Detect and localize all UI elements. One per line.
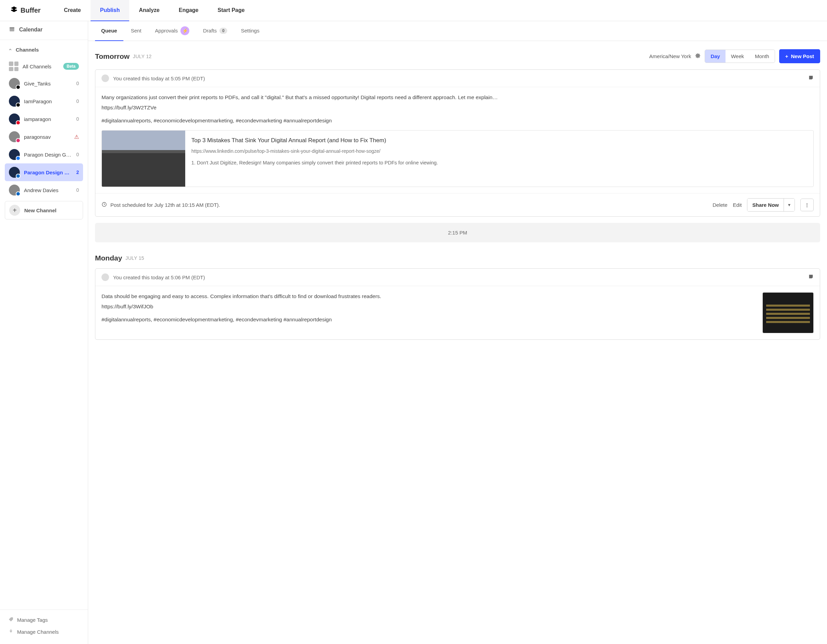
nav-engage[interactable]: Engage	[169, 0, 208, 21]
timezone: America/New York	[649, 53, 691, 59]
sub-tabs: Queue Sent Approvals ⚡ Drafts 0 Settings	[88, 21, 827, 41]
brand-name: Buffer	[20, 6, 41, 14]
plus-icon: +	[9, 205, 20, 216]
channel-name: Andrew Davies	[24, 187, 72, 193]
channel-name: IamParagon	[24, 98, 72, 104]
share-now-button[interactable]: Share Now	[747, 199, 784, 211]
tab-queue[interactable]: Queue	[95, 21, 123, 41]
tab-settings[interactable]: Settings	[235, 21, 265, 41]
post-footer: Post scheduled for July 12th at 10:15 AM…	[95, 193, 820, 216]
nav-publish[interactable]: Publish	[91, 0, 130, 21]
tab-approvals[interactable]: Approvals ⚡	[149, 21, 196, 41]
seg-month[interactable]: Month	[749, 50, 775, 63]
link-preview[interactable]: Top 3 Mistakes That Sink Your Digital An…	[101, 130, 814, 187]
channel-count: 0	[76, 187, 79, 193]
empty-slot[interactable]: 2:15 PM	[95, 223, 820, 242]
gear-icon[interactable]	[695, 53, 701, 60]
link-thumbnail	[102, 131, 185, 187]
new-post-button[interactable]: + New Post	[779, 49, 820, 63]
grid-icon	[9, 61, 19, 71]
link-url: https://www.linkedin.com/pulse/top-3-mis…	[191, 148, 438, 155]
tab-approvals-label: Approvals	[155, 28, 178, 33]
edit-button[interactable]: Edit	[733, 202, 742, 208]
share-caret[interactable]: ▾	[784, 199, 794, 211]
sidebar-item-channel[interactable]: Paragon Design Gro… 2	[5, 163, 83, 181]
note-icon[interactable]	[808, 75, 814, 82]
delete-button[interactable]: Delete	[713, 202, 727, 208]
seg-day[interactable]: Day	[705, 50, 726, 63]
sidebar-item-channel[interactable]: Paragon Design Gro… 0	[5, 145, 83, 163]
link-meta: Top 3 Mistakes That Sink Your Digital An…	[185, 131, 444, 187]
manage-channels[interactable]: Manage Channels	[8, 626, 82, 638]
sidebar-item-all-channels[interactable]: All Channels Beta	[5, 58, 83, 75]
more-button[interactable]: ⋮	[800, 199, 814, 211]
post-hashtags: #digitalannualreports, #economicdevelopm…	[101, 316, 756, 324]
sidebar: Calendar Channels All Channels Beta Give…	[0, 21, 88, 644]
x-icon	[16, 85, 20, 89]
new-channel-label: New Channel	[24, 208, 56, 213]
day-header: Tomorrow JULY 12 America/New York Day We…	[88, 41, 827, 69]
new-post-label: New Post	[791, 53, 814, 59]
linkedin-icon	[16, 191, 20, 196]
plus-icon: +	[785, 53, 788, 59]
link-title: Top 3 Mistakes That Sink Your Digital An…	[191, 136, 438, 145]
post-thumbnail	[762, 292, 814, 333]
note-icon[interactable]	[808, 274, 814, 281]
main-content: Queue Sent Approvals ⚡ Drafts 0 Settings…	[88, 21, 827, 644]
channel-count: 0	[76, 152, 79, 157]
manage-channels-label: Manage Channels	[17, 629, 59, 635]
x-icon	[16, 103, 20, 107]
avatar	[9, 167, 20, 178]
day-date: JULY 12	[133, 54, 152, 59]
chevron-up-icon	[8, 47, 12, 53]
channel-name: Give_Tanks	[24, 81, 72, 86]
logo[interactable]: Buffer	[10, 6, 41, 16]
seg-week[interactable]: Week	[726, 50, 749, 63]
svg-rect-1	[9, 27, 14, 28]
calendar-icon	[9, 26, 15, 33]
facebook-icon	[16, 156, 20, 161]
view-segment: Day Week Month	[705, 50, 775, 63]
sidebar-calendar[interactable]: Calendar	[0, 21, 88, 40]
tab-drafts-label: Drafts	[203, 28, 217, 33]
manage-tags-label: Manage Tags	[17, 617, 48, 623]
nav-analyze[interactable]: Analyze	[129, 0, 169, 21]
sidebar-item-channel[interactable]: Andrew Davies 0	[5, 181, 83, 199]
post-link-short: https://buff.ly/3WifJOb	[101, 303, 756, 311]
sidebar-item-channel[interactable]: Give_Tanks 0	[5, 75, 83, 92]
gear-icon	[8, 628, 14, 635]
post-text: Data should be engaging and easy to acce…	[101, 292, 756, 300]
created-text: You created this today at 5:06 PM (EDT)	[113, 275, 205, 280]
created-text: You created this today at 5:05 PM (EDT)	[113, 75, 205, 81]
tab-drafts[interactable]: Drafts 0	[197, 21, 233, 41]
nav-start-page[interactable]: Start Page	[208, 0, 254, 21]
new-channel-button[interactable]: + New Channel	[5, 201, 83, 219]
post-body: Data should be engaging and easy to acce…	[95, 286, 820, 339]
channel-count: 0	[76, 98, 79, 104]
sidebar-footer: Manage Tags Manage Channels	[0, 610, 88, 644]
post-hashtags: #digitalannualreports, #economicdevelopm…	[101, 117, 814, 125]
warning-icon: ⚠	[74, 134, 79, 140]
day-label: Tomorrow	[95, 52, 130, 61]
post-card-header: You created this today at 5:06 PM (EDT)	[95, 269, 820, 286]
tab-sent[interactable]: Sent	[125, 21, 148, 41]
day-date: JULY 15	[125, 255, 144, 261]
clock-icon	[101, 202, 107, 208]
channels-header[interactable]: Channels	[0, 40, 88, 58]
manage-tags[interactable]: Manage Tags	[8, 614, 82, 626]
beta-badge: Beta	[63, 63, 79, 70]
sidebar-item-channel[interactable]: paragonsav ⚠	[5, 128, 83, 145]
avatar	[9, 149, 20, 160]
channel-count: 0	[76, 81, 79, 86]
tag-icon	[8, 617, 14, 623]
post-card: You created this today at 5:06 PM (EDT) …	[95, 268, 820, 340]
day-header: Monday JULY 15	[88, 252, 827, 268]
channel-name: paragonsav	[24, 134, 70, 140]
instagram-icon	[16, 138, 20, 143]
nav-create[interactable]: Create	[54, 0, 91, 21]
calendar-label: Calendar	[19, 27, 42, 33]
buffer-logo-icon	[10, 6, 18, 16]
sidebar-item-channel[interactable]: iamparagon 0	[5, 110, 83, 128]
pinterest-icon	[16, 120, 20, 125]
sidebar-item-channel[interactable]: IamParagon 0	[5, 92, 83, 110]
